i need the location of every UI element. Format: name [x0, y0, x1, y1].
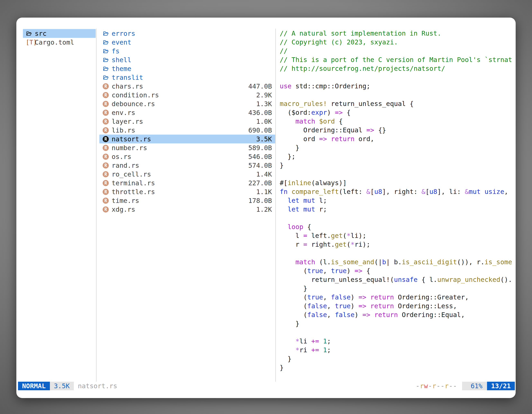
file-row[interactable]: Rthrottle.rs1.1K [99, 187, 275, 196]
entry-name: condition.rs [112, 91, 256, 99]
rust-file-icon: R [103, 83, 112, 89]
rust-logo-glyph: R [103, 118, 109, 125]
code-line: } [280, 355, 516, 363]
code-line: *ri += 1; [280, 346, 516, 355]
folder-open-icon [103, 48, 112, 54]
code-line: match (l.is_some_and(|b| b.is_ascii_digi… [280, 258, 516, 267]
rust-logo-glyph: R [103, 136, 109, 142]
entry-size: 2.9K [256, 91, 272, 99]
code-line: Ordering::Equal => {} [280, 126, 516, 135]
entry-name: lib.rs [112, 126, 248, 134]
dir-row[interactable]: errors [99, 29, 275, 38]
code-line: // This is a port of the C version of Ma… [280, 55, 516, 64]
parent-pane: src[T]Cargo.toml [23, 29, 96, 47]
folder-open-icon [103, 57, 112, 63]
folder-open-icon [26, 30, 35, 37]
file-row[interactable]: Rterminal.rs227.0B [99, 179, 275, 187]
file-size-badge: 3.5K [50, 382, 74, 390]
code-line: fn compare_left(left: &[u8], right: &[u8… [280, 187, 516, 196]
code-line: (false, false) => return Ordering::Equal… [280, 310, 516, 319]
entry-name: rand.rs [112, 162, 248, 169]
entry-name: event [112, 39, 272, 46]
code-line: // http://sourcefrog.net/projects/natsor… [280, 64, 516, 73]
entry-name: number.rs [112, 144, 248, 152]
dir-row[interactable]: fs [99, 47, 275, 55]
pane-divider-right [276, 29, 276, 382]
file-row[interactable]: Rcondition.rs2.9K [99, 91, 275, 99]
rust-file-icon: R [103, 101, 112, 107]
file-row[interactable]: Ros.rs546.0B [99, 152, 275, 161]
code-line: (true, false) => return Ordering::Greate… [280, 293, 516, 302]
file-row[interactable]: [T]Cargo.toml [23, 38, 96, 47]
toml-file-icon: [T] [26, 39, 35, 46]
dir-row[interactable]: shell [99, 55, 275, 64]
file-row[interactable]: Rnumber.rs589.0B [99, 143, 275, 152]
entry-size: 436.0B [248, 109, 272, 116]
entry-name: xdg.rs [112, 206, 256, 213]
rust-file-icon: R [103, 189, 112, 195]
code-line [280, 91, 516, 99]
entry-name: layer.rs [112, 118, 256, 125]
entry-size: 1.3K [256, 100, 272, 108]
permissions-text: -rw-r--r-- [416, 382, 457, 390]
code-line: macro_rules! return_unless_equal { [280, 99, 516, 108]
entry-size: 546.0B [248, 153, 272, 161]
file-row[interactable]: Rro_cell.rs1.4K [99, 170, 275, 179]
file-row[interactable]: Rlib.rs690.0B [99, 126, 275, 135]
entry-size: 690.0B [248, 126, 272, 134]
file-row[interactable]: Rnatsort.rs3.5K [99, 135, 275, 143]
entry-size: 227.0B [248, 179, 272, 187]
file-row[interactable]: Renv.rs436.0B [99, 108, 275, 117]
status-filename: natsort.rs [78, 382, 117, 390]
rust-file-icon: R [103, 136, 112, 142]
code-line: }; [280, 152, 516, 161]
file-row[interactable]: Rchars.rs447.0B [99, 82, 275, 91]
rust-logo-glyph: R [103, 171, 109, 177]
entry-size: 1.0K [256, 118, 272, 125]
rust-file-icon: R [103, 206, 112, 212]
code-line: r = right.get(*ri); [280, 240, 516, 249]
code-line [280, 73, 516, 82]
rust-logo-glyph: R [103, 189, 109, 195]
code-line: } [280, 143, 516, 152]
rust-logo-glyph: R [103, 180, 109, 186]
dir-row[interactable]: theme [99, 64, 275, 73]
rust-file-icon: R [103, 92, 112, 98]
dir-row[interactable]: event [99, 38, 275, 47]
code-line: (true, true) => { [280, 267, 516, 275]
code-line: let mut r; [280, 205, 516, 214]
file-row[interactable]: Rlayer.rs1.0K [99, 117, 275, 126]
entry-name: translit [112, 74, 272, 81]
entry-name: throttle.rs [112, 188, 256, 196]
rust-logo-glyph: R [103, 198, 109, 204]
code-line: } [280, 319, 516, 328]
code-line [280, 328, 516, 337]
code-line: // A natural sort implementation in Rust… [280, 29, 516, 38]
code-line: loop { [280, 222, 516, 231]
rust-logo-glyph: R [103, 110, 109, 116]
dir-row[interactable]: src [23, 29, 96, 38]
cursor-position-badge: 13/21 [487, 382, 515, 390]
current-pane: errorseventfsshellthemetranslitRchars.rs… [99, 29, 275, 214]
status-bar: NORMAL 3.5K natsort.rs -rw-r--r-- 61% 13… [18, 382, 515, 390]
rust-logo-glyph: R [103, 92, 109, 98]
rust-logo-glyph: R [103, 83, 109, 89]
entry-name: shell [112, 56, 272, 64]
folder-open-icon [103, 66, 112, 72]
entry-size: 574.0B [248, 162, 272, 169]
file-row[interactable]: Rdebounce.rs1.3K [99, 99, 275, 108]
dir-row[interactable]: translit [99, 73, 275, 82]
file-row[interactable]: Rrand.rs574.0B [99, 161, 275, 170]
rust-logo-glyph: R [103, 145, 109, 151]
rust-logo-glyph: R [103, 101, 109, 107]
code-line: #[inline(always)] [280, 179, 516, 187]
entry-name: fs [112, 47, 272, 55]
code-line: // [280, 47, 516, 55]
file-row[interactable]: Rtime.rs178.0B [99, 196, 275, 205]
entry-size: 1.2K [256, 206, 272, 213]
file-row[interactable]: Rxdg.rs1.2K [99, 205, 275, 214]
folder-open-icon [103, 30, 112, 37]
code-line: (false, true) => return Ordering::Less, [280, 302, 516, 310]
rust-file-icon: R [103, 163, 112, 169]
code-line [280, 170, 516, 179]
